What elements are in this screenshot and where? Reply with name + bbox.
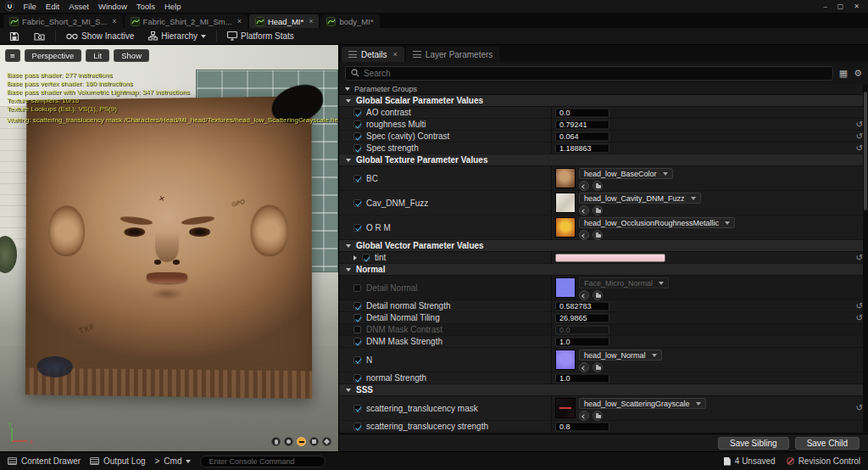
save-child-button[interactable]: Save Child <box>795 437 860 450</box>
value-field[interactable]: 0.0 <box>555 325 609 334</box>
texture-thumbnail[interactable] <box>555 350 576 370</box>
hierarchy-button[interactable]: Hierarchy <box>144 31 210 42</box>
console-command-input[interactable] <box>200 456 326 467</box>
maximize-icon[interactable]: ▢ <box>837 3 844 10</box>
value-field[interactable]: 26.9865 <box>555 313 609 322</box>
tab-head-mi[interactable]: Head_MI* × <box>249 14 320 28</box>
value-field[interactable]: 1.0 <box>555 373 609 383</box>
value-field[interactable]: 1.188863 <box>555 143 609 153</box>
browse-to-asset-icon[interactable] <box>593 290 603 300</box>
override-checkbox[interactable] <box>353 422 361 430</box>
search-input[interactable] <box>364 69 827 78</box>
override-checkbox[interactable] <box>353 224 361 232</box>
value-field[interactable]: 0.064 <box>555 131 609 141</box>
use-selected-asset-icon[interactable] <box>579 362 589 372</box>
value-field[interactable]: 0.8 <box>555 422 609 431</box>
value-field[interactable]: 1.0 <box>555 337 609 346</box>
browse-to-asset-icon[interactable] <box>593 205 603 215</box>
revision-control-button[interactable]: Revision Control <box>787 456 860 466</box>
reset-to-default-icon[interactable]: ↺ <box>856 314 863 322</box>
section-normal[interactable]: Normal <box>339 264 868 276</box>
save-sibling-button[interactable]: Save Sibling <box>718 437 789 450</box>
color-swatch[interactable] <box>555 254 665 262</box>
cmd-dropdown-button[interactable]: > Cmd <box>155 456 192 466</box>
use-selected-asset-icon[interactable] <box>579 230 589 240</box>
override-checkbox[interactable] <box>353 374 361 382</box>
asset-picker-dropdown[interactable]: head_low_BaseColor <box>579 168 673 179</box>
texture-thumbnail[interactable] <box>555 217 576 238</box>
texture-thumbnail[interactable] <box>555 193 576 213</box>
preview-shape-sphere-button[interactable] <box>284 437 293 446</box>
show-button[interactable]: Show <box>114 49 149 62</box>
tab-fabric-short-2-mi[interactable]: Fabric_Short_2_MI_S... × <box>3 14 123 28</box>
override-checkbox[interactable] <box>353 132 361 140</box>
use-selected-asset-icon[interactable] <box>579 290 589 300</box>
menu-help[interactable]: Help <box>159 2 186 11</box>
tab-close-icon[interactable]: × <box>393 50 398 59</box>
settings-gear-icon[interactable]: ⚙ <box>854 69 862 78</box>
asset-picker-dropdown[interactable]: head_low_ScatteringGrayscale <box>579 398 706 409</box>
reset-to-default-icon[interactable]: ↺ <box>856 144 863 153</box>
parameter-groups-row[interactable]: Parameter Groups <box>339 84 868 95</box>
reset-to-default-icon[interactable]: ↺ <box>856 132 863 141</box>
override-checkbox[interactable] <box>353 120 361 128</box>
menu-tools[interactable]: Tools <box>131 2 159 11</box>
tab-fabric-shirt-2-mi[interactable]: Fabric_Shirt_2_MI_Sm... × <box>125 14 248 28</box>
browse-to-asset-icon[interactable] <box>593 230 603 240</box>
tab-layer-parameters[interactable]: Layer Parameters <box>406 47 499 62</box>
override-checkbox[interactable] <box>353 314 361 322</box>
menu-edit[interactable]: Edit <box>41 2 64 11</box>
content-drawer-button[interactable]: Content Drawer <box>8 456 81 466</box>
lit-button[interactable]: Lit <box>86 49 109 62</box>
menu-asset[interactable]: Asset <box>64 2 94 11</box>
perspective-button[interactable]: Perspective <box>25 49 82 62</box>
reset-to-default-icon[interactable]: ↺ <box>856 404 863 412</box>
tab-details[interactable]: Details × <box>342 47 404 62</box>
value-field[interactable]: 0.79241 <box>555 120 609 129</box>
reset-to-default-icon[interactable]: ↺ <box>856 254 863 262</box>
output-log-button[interactable]: Output Log <box>90 456 145 466</box>
close-icon[interactable]: ✕ <box>854 3 860 10</box>
show-inactive-button[interactable]: Show Inactive <box>62 31 138 42</box>
details-scrollbar[interactable] <box>863 85 868 433</box>
preview-shape-mesh-button[interactable] <box>322 437 331 446</box>
section-global-vector[interactable]: Global Vector Parameter Values <box>339 240 868 252</box>
section-sss[interactable]: SSS <box>339 384 868 396</box>
preview-shape-plane-button[interactable] <box>297 437 306 446</box>
preview-shape-cube-button[interactable] <box>309 437 319 446</box>
override-checkbox[interactable] <box>353 356 361 364</box>
tab-close-icon[interactable]: × <box>237 17 242 25</box>
expander-right-icon[interactable] <box>353 255 357 260</box>
save-button[interactable] <box>5 31 24 42</box>
section-global-scalar[interactable]: Global Scalar Parameter Values <box>339 95 868 107</box>
tab-close-icon[interactable]: × <box>112 17 116 25</box>
override-checkbox[interactable] <box>353 144 361 152</box>
browse-to-asset-icon[interactable] <box>593 411 603 421</box>
menu-file[interactable]: File <box>19 2 41 11</box>
use-selected-asset-icon[interactable] <box>579 181 589 191</box>
browse-to-asset-button[interactable] <box>30 31 49 42</box>
asset-picker-dropdown[interactable]: head_low_OcclusionRoughnessMetallic <box>579 217 735 228</box>
browse-to-asset-icon[interactable] <box>593 362 603 372</box>
reset-to-default-icon[interactable]: ↺ <box>856 120 863 129</box>
platform-stats-button[interactable]: Platform Stats <box>223 31 298 42</box>
override-checkbox[interactable] <box>353 326 361 333</box>
asset-picker-dropdown[interactable]: Face_Micro_Normal <box>579 277 669 288</box>
scrollbar-thumb[interactable] <box>864 92 867 210</box>
menu-window[interactable]: Window <box>93 2 131 11</box>
tab-close-icon[interactable]: × <box>309 17 313 25</box>
reset-to-default-icon[interactable]: ↺ <box>856 302 863 311</box>
preview-shape-cylinder-button[interactable] <box>271 437 281 446</box>
value-field[interactable]: 0.582783 <box>555 301 609 311</box>
unsaved-assets-button[interactable]: 4 Unsaved <box>724 456 776 466</box>
override-checkbox[interactable] <box>353 284 361 292</box>
search-box[interactable] <box>345 66 833 81</box>
preview-mesh-head-texture[interactable]: ✕ GPO TXF <box>25 96 312 399</box>
minimize-icon[interactable]: – <box>823 3 826 10</box>
override-checkbox[interactable] <box>353 175 361 182</box>
texture-thumbnail[interactable] <box>555 398 576 418</box>
asset-picker-dropdown[interactable]: head_low_Normal <box>579 350 662 361</box>
texture-thumbnail[interactable] <box>555 168 576 188</box>
texture-thumbnail[interactable] <box>555 277 576 298</box>
use-selected-asset-icon[interactable] <box>579 205 589 215</box>
